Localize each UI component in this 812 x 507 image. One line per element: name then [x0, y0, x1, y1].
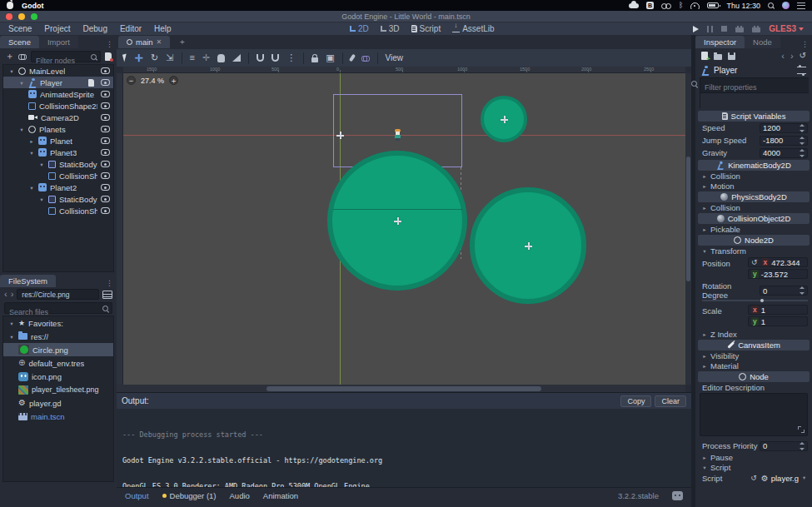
expander-icon[interactable] — [8, 321, 15, 326]
cloud-icon[interactable] — [629, 3, 639, 8]
history-back-icon[interactable]: ‹ — [4, 290, 7, 299]
file-row-tilesheet[interactable]: player_tilesheet.png — [3, 383, 113, 396]
select-tool-icon[interactable] — [122, 54, 128, 62]
tree-row-staticbody[interactable]: StaticBody2D — [3, 193, 113, 205]
play-scene-button[interactable] — [735, 26, 744, 32]
tab-scene[interactable]: Scene — [0, 36, 39, 48]
tree-row-camera[interactable]: Camera2D — [3, 112, 113, 123]
scale-tool-icon[interactable]: ⇲ — [166, 53, 173, 62]
tree-row-planets[interactable]: Planets — [3, 123, 113, 135]
instance-scene-button[interactable] — [18, 53, 27, 59]
pause-button[interactable] — [707, 26, 713, 32]
expander-icon[interactable] — [28, 185, 35, 191]
new-scene-tab-button[interactable]: ＋ — [170, 36, 195, 48]
menu-project[interactable]: Project — [44, 24, 70, 33]
workspace-tab-assetlib[interactable]: AssetLib — [452, 24, 494, 33]
menu-help[interactable]: Help — [154, 24, 172, 33]
bitwarden-icon[interactable]: B — [646, 2, 654, 9]
macos-app-name[interactable]: Godot — [22, 2, 44, 10]
object-options-icon[interactable] — [797, 67, 806, 74]
visibility-eye-icon[interactable] — [101, 67, 110, 74]
view-menu[interactable]: View — [386, 53, 404, 62]
spinner-icon[interactable] — [800, 149, 805, 157]
tree-row-mainlevel[interactable]: MainLevel — [3, 65, 113, 77]
wifi-icon[interactable] — [690, 2, 700, 9]
bluetooth-icon[interactable]: ᛒ — [679, 2, 683, 9]
fold-motion[interactable]: Motion — [695, 181, 812, 191]
ik-chain-icon[interactable] — [361, 55, 370, 61]
dock-menu-icon[interactable]: ⋮ — [798, 40, 812, 48]
file-row-main-tscn[interactable]: main.tscn — [3, 410, 113, 423]
tree-row-staticbody[interactable]: StaticBody2D — [3, 158, 113, 170]
expander-icon[interactable] — [38, 162, 45, 167]
history-forward-icon[interactable]: › — [790, 52, 794, 61]
add-node-button[interactable]: ＋ — [5, 52, 14, 61]
expander-icon[interactable] — [8, 68, 15, 74]
visibility-eye-icon[interactable] — [101, 149, 110, 156]
fold-transform[interactable]: Transform — [695, 246, 812, 256]
tab-filesystem[interactable]: FileSystem — [0, 275, 56, 287]
play-custom-scene-button[interactable] — [752, 26, 760, 32]
filter-nodes-input[interactable] — [32, 56, 100, 66]
ruler-tool-icon[interactable] — [232, 54, 241, 62]
fold-script[interactable]: Script — [695, 462, 812, 472]
split-view-icon[interactable] — [102, 291, 112, 299]
history-icon[interactable]: ↺ — [800, 52, 806, 60]
load-resource-icon[interactable] — [714, 54, 722, 60]
new-resource-icon[interactable] — [701, 52, 708, 60]
2d-canvas[interactable]: − 27.4 % ＋ — [123, 73, 685, 385]
history-back-icon[interactable]: ‹ — [781, 52, 785, 61]
expander-icon[interactable] — [18, 80, 25, 86]
rotate-tool-icon[interactable]: ↻ — [151, 53, 158, 62]
canvas-vertical-scrollbar[interactable] — [685, 73, 691, 385]
zoom-out-button[interactable]: − — [127, 76, 136, 85]
statusbar-audio-tab[interactable]: Audio — [230, 491, 250, 500]
move-tool-icon[interactable]: ✛ — [135, 54, 143, 62]
apple-icon[interactable] — [7, 2, 13, 9]
canvas-horizontal-scrollbar[interactable] — [117, 385, 685, 392]
renderer-dropdown[interactable]: GLES3 — [769, 24, 804, 33]
expander-icon[interactable] — [18, 127, 25, 132]
tree-row-collisionshape[interactable]: CollisionShape2D — [3, 205, 113, 216]
visibility-eye-icon[interactable] — [101, 137, 110, 144]
tree-row-player[interactable]: Player — [3, 77, 113, 88]
chevron-down-icon[interactable] — [802, 475, 808, 482]
fold-material[interactable]: Material — [695, 360, 812, 370]
close-tab-icon[interactable]: ✕ — [157, 38, 162, 46]
file-row-circle-png[interactable]: Circle.png — [3, 343, 113, 356]
stop-button[interactable] — [721, 26, 727, 32]
visibility-eye-icon[interactable] — [101, 79, 110, 86]
tree-row-animatedsprite[interactable]: AnimatedSprite — [3, 88, 113, 100]
spinner-icon[interactable] — [800, 124, 805, 132]
editor-description-textarea[interactable] — [700, 393, 808, 436]
statusbar-animation-tab[interactable]: Animation — [263, 491, 298, 500]
menu-scene[interactable]: Scene — [8, 24, 32, 33]
visibility-eye-icon[interactable] — [101, 114, 110, 121]
menu-debug[interactable]: Debug — [82, 24, 107, 33]
workspace-tab-script[interactable]: Script — [411, 24, 441, 33]
tab-import[interactable]: Import — [39, 36, 78, 48]
tree-row-planet[interactable]: Planet — [3, 135, 113, 147]
spinner-icon[interactable] — [800, 137, 805, 145]
list-select-icon[interactable]: ≡ — [190, 53, 195, 62]
expander-icon[interactable] — [8, 334, 15, 340]
fold-collision[interactable]: Collision — [695, 171, 812, 181]
visibility-eye-icon[interactable] — [101, 91, 110, 97]
statusbar-output-tab[interactable]: Output — [125, 491, 149, 500]
visibility-eye-icon[interactable] — [101, 102, 110, 109]
copy-button[interactable]: Copy — [620, 395, 651, 407]
zoom-level[interactable]: 27.4 % — [141, 77, 164, 85]
tree-row-planet3[interactable]: Planet3 — [3, 147, 113, 158]
visibility-eye-icon[interactable] — [101, 126, 110, 132]
dock-menu-icon[interactable]: ⋮ — [102, 279, 117, 287]
visibility-eye-icon[interactable] — [101, 172, 110, 179]
pan-tool-icon[interactable] — [217, 54, 225, 62]
file-row-player-gd[interactable]: ⚙player.gd — [3, 396, 113, 410]
revert-icon[interactable]: ↺ — [750, 475, 757, 482]
spinner-icon[interactable] — [800, 286, 805, 295]
script-badge-icon[interactable] — [88, 79, 94, 87]
filter-properties-input[interactable] — [700, 83, 809, 92]
expander-icon[interactable] — [38, 196, 45, 202]
dock-menu-icon[interactable]: ⋮ — [102, 40, 117, 48]
battery-icon[interactable] — [707, 2, 719, 8]
